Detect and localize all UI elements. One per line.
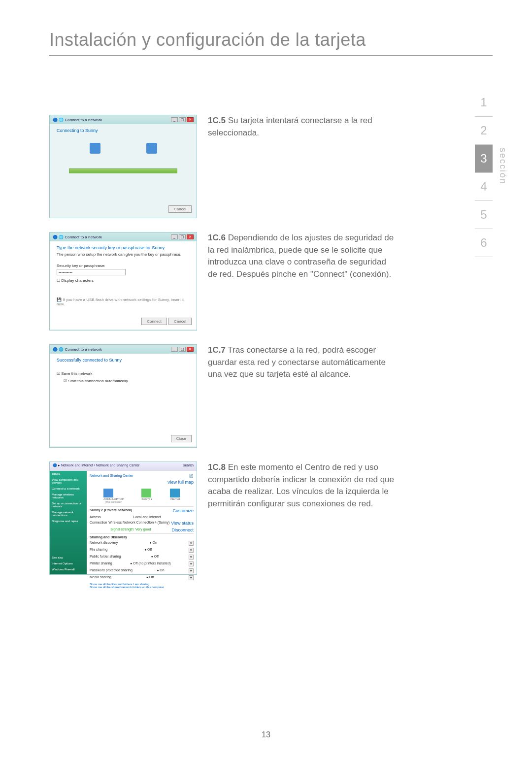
step-1c5: 🔵 🌐 Connect to a network _▢✕ Connecting … xyxy=(49,115,493,218)
connecting-text: Connecting to Sunny xyxy=(57,128,190,133)
step-1c8-text: 1C.8 En este momento el Centro de red y … xyxy=(208,462,395,510)
step-1c7: 🔵 🌐 Connect to a network _▢✕ Successfull… xyxy=(49,344,493,448)
auto-connect-checkbox[interactable]: ☑ Start this connection automatically xyxy=(64,379,190,383)
customize-link[interactable]: Customize xyxy=(172,508,194,513)
close-icon[interactable]: ✕ xyxy=(187,234,194,239)
maximize-icon[interactable]: ▢ xyxy=(179,347,186,352)
step-number: 1C.5 xyxy=(208,116,226,125)
sidebar-seealso: See also xyxy=(50,555,87,561)
step-1c8: 🔵 ▸ Network and Internet › Network and S… xyxy=(49,462,493,575)
search-input[interactable]: Search xyxy=(183,463,194,469)
step-body: Tras conectarse a la red, podrá escoger … xyxy=(208,345,386,379)
close-icon[interactable]: ✕ xyxy=(187,347,194,352)
display-characters-checkbox[interactable]: ☐ Display characters xyxy=(57,278,190,283)
network-group: Sunny 2 (Private network) xyxy=(90,508,132,513)
screenshot-1c6: 🔵 🌐 Connect to a network _▢✕ Type the ne… xyxy=(49,232,197,330)
section-label: sección xyxy=(498,148,508,185)
view-status-link[interactable]: View status xyxy=(171,521,194,526)
step-1c6-text: 1C.6 Dependiendo de los ajustes de segur… xyxy=(208,232,395,281)
network-icon xyxy=(146,143,157,154)
pc-icon xyxy=(90,143,100,154)
usb-hint: 💾 If you have a USB flash drive with net… xyxy=(57,297,190,306)
cancel-button[interactable]: Cancel xyxy=(168,205,192,213)
passphrase-input[interactable]: •••••••••• xyxy=(57,269,126,275)
chevron-down-icon[interactable]: ▾ xyxy=(189,555,194,560)
globe-icon xyxy=(170,489,180,497)
dialog-title: Connect to a network xyxy=(65,347,102,352)
step-number: 1C.8 xyxy=(208,462,226,472)
breadcrumb[interactable]: Network and Internet › Network and Shari… xyxy=(61,463,140,467)
success-text: Successfully connected to Sunny xyxy=(57,358,190,363)
main-panel: Network and Sharing Center🔄 View full ma… xyxy=(87,471,197,574)
view-full-map-link[interactable]: View full map xyxy=(167,480,194,485)
chevron-down-icon[interactable]: ▾ xyxy=(189,561,194,566)
sharing-group: Sharing and Discovery xyxy=(90,535,127,539)
sidebar: Tasks View computers and devices Connect… xyxy=(50,471,87,574)
maximize-icon[interactable]: ▢ xyxy=(179,234,186,239)
sidebar-item[interactable]: Set up a connection or network xyxy=(50,500,87,509)
sidebar-item[interactable]: Internet Options xyxy=(50,561,87,566)
screenshot-1c8: 🔵 ▸ Network and Internet › Network and S… xyxy=(49,462,197,575)
cancel-button[interactable]: Cancel xyxy=(168,318,192,325)
maximize-icon[interactable]: ▢ xyxy=(179,117,186,122)
sidebar-item[interactable]: Diagnose and repair xyxy=(50,518,87,524)
pc-icon xyxy=(103,489,113,497)
footer-link[interactable]: Show me all the shared network folders o… xyxy=(90,586,194,589)
chevron-down-icon[interactable]: ▾ xyxy=(189,575,194,580)
sidebar-tasks: Tasks xyxy=(50,471,87,477)
close-icon[interactable]: ✕ xyxy=(187,117,194,122)
step-number: 1C.6 xyxy=(208,233,226,242)
sidebar-item[interactable]: Connect to a network xyxy=(50,486,87,492)
nav-item-3[interactable]: 3 xyxy=(475,145,493,173)
sidebar-item[interactable]: View computers and devices xyxy=(50,477,87,486)
page-title: Instalación y configuración de la tarjet… xyxy=(49,30,493,56)
dialog-title: Connect to a network xyxy=(65,118,102,122)
page-number: 13 xyxy=(262,730,270,739)
minimize-icon[interactable]: _ xyxy=(171,117,178,122)
nav-item-2[interactable]: 2 xyxy=(475,117,493,145)
content-area: 🔵 🌐 Connect to a network _▢✕ Connecting … xyxy=(49,115,493,575)
step-1c7-text: 1C.7 Tras conectarse a la red, podrá esc… xyxy=(208,344,395,381)
sidebar-item[interactable]: Windows Firewall xyxy=(50,566,87,572)
nav-item-1[interactable]: 1 xyxy=(475,89,493,117)
minimize-icon[interactable]: _ xyxy=(171,347,178,352)
save-network-checkbox[interactable]: ☑ Save this network xyxy=(57,371,190,376)
step-body: En este momento el Centro de red y uso c… xyxy=(208,462,394,508)
step-1c6: 🔵 🌐 Connect to a network _▢✕ Type the ne… xyxy=(49,232,493,330)
section-navigation: 1 2 3 4 5 6 sección xyxy=(475,89,493,257)
step-number: 1C.7 xyxy=(208,345,226,355)
progress-bar xyxy=(69,168,177,173)
close-button[interactable]: Close xyxy=(171,435,192,442)
step-body: Dependiendo de los ajustes de seguridad … xyxy=(208,233,394,279)
passphrase-hint: The person who setup the network can giv… xyxy=(57,252,190,257)
step-body: Su tarjeta intentará conectarse a la red… xyxy=(208,116,372,137)
chevron-down-icon[interactable]: ▾ xyxy=(189,541,194,546)
nav-item-5[interactable]: 5 xyxy=(475,201,493,229)
screenshot-1c5: 🔵 🌐 Connect to a network _▢✕ Connecting … xyxy=(49,115,197,218)
nav-item-6[interactable]: 6 xyxy=(475,229,493,257)
network-icon xyxy=(141,489,151,497)
sidebar-item[interactable]: Manage wireless networks xyxy=(50,492,87,500)
chevron-down-icon[interactable]: ▾ xyxy=(189,548,194,553)
main-title: Network and Sharing Center xyxy=(90,474,133,478)
disconnect-link[interactable]: Disconnect xyxy=(171,528,194,532)
field-label: Security key or passphrase: xyxy=(57,264,190,268)
sidebar-item[interactable]: Manage network connections xyxy=(50,509,87,518)
nav-item-4[interactable]: 4 xyxy=(475,173,493,201)
minimize-icon[interactable]: _ xyxy=(171,234,178,239)
dialog-title: Connect to a network xyxy=(65,235,102,239)
connect-button[interactable]: Connect xyxy=(141,318,167,325)
step-1c5-text: 1C.5 Su tarjeta intentará conectarse a l… xyxy=(208,115,395,139)
screenshot-1c7: 🔵 🌐 Connect to a network _▢✕ Successfull… xyxy=(49,344,197,448)
chevron-down-icon[interactable]: ▾ xyxy=(189,568,194,573)
passphrase-prompt: Type the network security key or passphr… xyxy=(57,245,190,250)
